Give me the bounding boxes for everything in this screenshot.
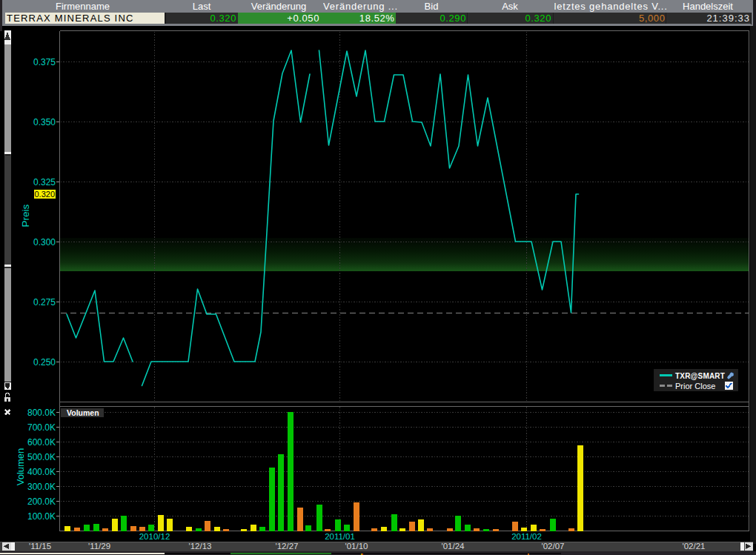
svg-text:Volumen: Volumen	[15, 448, 26, 486]
svg-text:'12/27: '12/27	[276, 542, 299, 551]
svg-text:'01/24: '01/24	[442, 542, 465, 551]
svg-text:400.0K: 400.0K	[27, 467, 56, 477]
svg-text:'11/29: '11/29	[88, 542, 110, 551]
svg-text:2010/12: 2010/12	[139, 532, 170, 541]
svg-text:'02/07: '02/07	[542, 542, 565, 551]
svg-text:600.0K: 600.0K	[27, 437, 56, 448]
svg-text:0.250: 0.250	[33, 357, 56, 368]
svg-text:0.350: 0.350	[33, 117, 56, 127]
svg-text:100.0K: 100.0K	[27, 511, 56, 522]
svg-text:0.275: 0.275	[33, 297, 56, 308]
svg-text:'12/13: '12/13	[189, 542, 212, 551]
svg-text:700.0K: 700.0K	[27, 422, 56, 433]
svg-text:0.375: 0.375	[33, 57, 56, 67]
svg-text:200.0K: 200.0K	[27, 496, 56, 507]
svg-text:Prior Close: Prior Close	[675, 382, 715, 391]
svg-text:TXR@SMART: TXR@SMART	[675, 372, 725, 380]
svg-text:'11/15: '11/15	[29, 542, 51, 551]
svg-text:0.320: 0.320	[35, 190, 56, 199]
svg-text:500.0K: 500.0K	[27, 452, 56, 462]
svg-text:'02/21: '02/21	[683, 542, 706, 551]
svg-text:Volumen: Volumen	[67, 408, 99, 417]
svg-text:0.300: 0.300	[33, 237, 56, 247]
svg-text:0.325: 0.325	[33, 177, 56, 187]
svg-text:300.0K: 300.0K	[27, 482, 56, 492]
svg-text:800.0K: 800.0K	[27, 408, 56, 418]
svg-text:'01/10: '01/10	[345, 542, 368, 551]
svg-text:2011/01: 2011/01	[325, 532, 355, 541]
svg-text:2011/02: 2011/02	[511, 532, 542, 541]
svg-text:Preis: Preis	[20, 204, 31, 227]
